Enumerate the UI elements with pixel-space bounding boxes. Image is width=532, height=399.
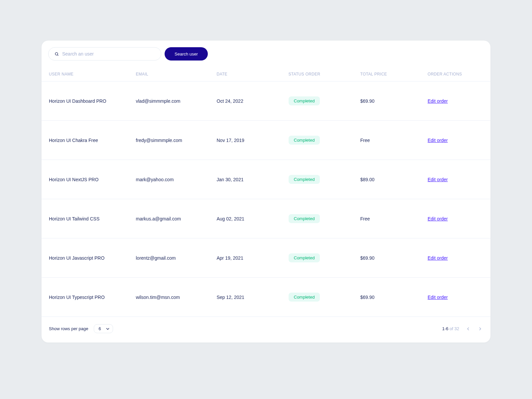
cell-price: $69.90 [360, 81, 428, 121]
orders-table: USER NAME EMAIL DATE STATUS ORDER TOTAL … [42, 67, 490, 317]
edit-order-link[interactable]: Edit order [428, 177, 448, 182]
search-input-wrapper[interactable] [48, 47, 161, 61]
cell-price: Free [360, 121, 428, 160]
edit-order-link[interactable]: Edit order [428, 138, 448, 143]
table-row: Horizon UI Javascript PROlorentz@gmail.c… [42, 238, 490, 278]
cell-status: Completed [289, 121, 360, 160]
col-header-email[interactable]: EMAIL [136, 67, 217, 81]
status-badge: Completed [289, 96, 320, 105]
search-icon [55, 52, 59, 56]
chevron-right-icon [479, 327, 481, 331]
pagination-of: of [448, 326, 454, 331]
rows-per-page-value: 6 [99, 326, 101, 331]
prev-page-button[interactable] [465, 326, 471, 332]
rows-per-page-select[interactable]: 6 [94, 324, 113, 333]
col-header-actions[interactable]: ORDER ACTIONS [428, 67, 490, 81]
table-row: Horizon UI Typescript PROwilson.tim@msn.… [42, 278, 490, 317]
svg-point-0 [55, 53, 58, 55]
cell-actions: Edit order [428, 81, 490, 121]
cell-email: fredy@simmmple.com [136, 121, 217, 160]
cell-date: Oct 24, 2022 [217, 81, 289, 121]
chevron-left-icon [467, 327, 469, 331]
cell-price: $69.90 [360, 238, 428, 278]
pagination: 1-6 of 32 [442, 326, 483, 332]
status-badge: Completed [289, 175, 320, 184]
cell-email: wilson.tim@msn.com [136, 278, 217, 317]
pagination-range: 1-6 of 32 [442, 326, 459, 331]
cell-price: Free [360, 199, 428, 238]
table-row: Horizon UI NextJS PROmark@yahoo.comJan 3… [42, 160, 490, 199]
edit-order-link[interactable]: Edit order [428, 255, 448, 261]
edit-order-link[interactable]: Edit order [428, 216, 448, 221]
cell-name: Horizon UI Dashboard PRO [42, 81, 136, 121]
pagination-total: 32 [455, 326, 459, 331]
status-badge: Completed [289, 293, 320, 302]
rows-per-page-label: Show rows per page [49, 326, 88, 331]
col-header-status[interactable]: STATUS ORDER [289, 67, 360, 81]
search-input[interactable] [62, 51, 155, 57]
table-row: Horizon UI Chakra Freefredy@simmmple.com… [42, 121, 490, 160]
edit-order-link[interactable]: Edit order [428, 98, 448, 104]
cell-email: markus.a@gmail.com [136, 199, 217, 238]
rows-per-page: Show rows per page 6 [49, 324, 113, 333]
cell-name: Horizon UI Tailwind CSS [42, 199, 136, 238]
cell-date: Nov 17, 2019 [217, 121, 289, 160]
edit-order-link[interactable]: Edit order [428, 295, 448, 300]
search-bar: Search user [42, 41, 490, 67]
col-header-date[interactable]: DATE [217, 67, 289, 81]
table-footer: Show rows per page 6 1-6 of 32 [42, 317, 490, 342]
cell-email: lorentz@gmail.com [136, 238, 217, 278]
pagination-range-value: 1-6 [442, 326, 449, 331]
cell-price: $89.00 [360, 160, 428, 199]
table-row: Horizon UI Tailwind CSSmarkus.a@gmail.co… [42, 199, 490, 238]
cell-actions: Edit order [428, 199, 490, 238]
cell-name: Horizon UI NextJS PRO [42, 160, 136, 199]
cell-status: Completed [289, 199, 360, 238]
table-row: Horizon UI Dashboard PROvlad@simmmple.co… [42, 81, 490, 121]
cell-actions: Edit order [428, 160, 490, 199]
svg-line-1 [58, 55, 58, 55]
cell-name: Horizon UI Javascript PRO [42, 238, 136, 278]
chevron-down-icon [106, 327, 109, 331]
cell-status: Completed [289, 278, 360, 317]
cell-status: Completed [289, 160, 360, 199]
orders-card: Search user USER NAME EMAIL DATE STATUS … [42, 41, 490, 342]
cell-price: $69.90 [360, 278, 428, 317]
cell-actions: Edit order [428, 238, 490, 278]
cell-status: Completed [289, 238, 360, 278]
cell-email: mark@yahoo.com [136, 160, 217, 199]
next-page-button[interactable] [477, 326, 483, 332]
table-header-row: USER NAME EMAIL DATE STATUS ORDER TOTAL … [42, 67, 490, 81]
cell-actions: Edit order [428, 121, 490, 160]
cell-actions: Edit order [428, 278, 490, 317]
cell-date: Aug 02, 2021 [217, 199, 289, 238]
col-header-price[interactable]: TOTAL PRICE [360, 67, 428, 81]
cell-date: Apr 19, 2021 [217, 238, 289, 278]
cell-date: Sep 12, 2021 [217, 278, 289, 317]
cell-name: Horizon UI Chakra Free [42, 121, 136, 160]
col-header-name[interactable]: USER NAME [42, 67, 136, 81]
cell-status: Completed [289, 81, 360, 121]
cell-name: Horizon UI Typescript PRO [42, 278, 136, 317]
status-badge: Completed [289, 136, 320, 145]
status-badge: Completed [289, 253, 320, 262]
cell-email: vlad@simmmple.com [136, 81, 217, 121]
search-button[interactable]: Search user [165, 47, 208, 61]
cell-date: Jan 30, 2021 [217, 160, 289, 199]
status-badge: Completed [289, 214, 320, 223]
